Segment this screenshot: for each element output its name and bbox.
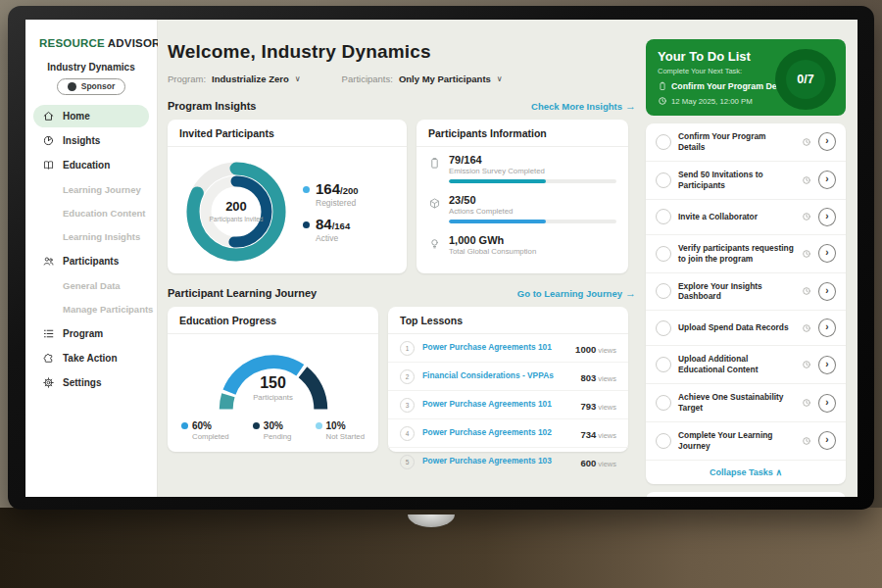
- todo-checkbox[interactable]: [656, 433, 671, 449]
- lesson-views: 600views: [580, 453, 616, 470]
- chevron-down-icon: ∨: [295, 74, 301, 83]
- sidebar-item-participants[interactable]: Participants: [33, 250, 149, 272]
- sponsor-label: Sponsor: [81, 81, 115, 91]
- top-lessons-card-title: Top Lessons: [388, 307, 628, 334]
- stat-progress-bar: [449, 179, 616, 183]
- lesson-views-label: views: [598, 431, 616, 440]
- program-filter[interactable]: Program: Industrialize Zero ∨: [168, 74, 301, 84]
- todo-item-explore-your-insights-dashboard[interactable]: Explore Your Insights Dashboard›: [646, 273, 846, 312]
- sidebar-item-education-content[interactable]: Education Content: [33, 203, 149, 223]
- stat-total-global-consumption: 1,000 GWhTotal Global Consumption: [416, 227, 628, 260]
- sidebar-item-label: Manage Participants: [63, 304, 153, 315]
- todo-checkbox[interactable]: [656, 209, 671, 224]
- lesson-views-count: 734: [580, 429, 596, 440]
- todo-item-open-button[interactable]: ›: [818, 208, 836, 226]
- sidebar-item-manage-participants[interactable]: Manage Participants: [33, 299, 149, 319]
- todo-checkbox[interactable]: [656, 395, 671, 411]
- todo-item-upload-spend-data-records[interactable]: Upload Spend Data Records›: [646, 311, 846, 346]
- clock-icon: [802, 212, 811, 221]
- lesson-link[interactable]: Power Purchase Agreements 102: [422, 428, 572, 437]
- stat-progress-fill: [449, 220, 546, 223]
- lesson-views-count: 1000: [575, 344, 596, 355]
- todo-item-send-50-invitations-to-participants[interactable]: Send 50 Invitations to Participants›: [646, 162, 846, 200]
- todo-checkbox[interactable]: [656, 320, 671, 336]
- arrow-right-icon: →: [625, 100, 636, 112]
- sidebar-item-home[interactable]: Home: [33, 105, 149, 127]
- todo-item-confirm-your-program-details[interactable]: Confirm Your Program Details›: [646, 123, 846, 162]
- todo-item-upload-additional-educational-content[interactable]: Upload Additional Educational Content›: [646, 346, 846, 384]
- todo-item-invite-a-collaborator[interactable]: Invite a Collaborator›: [646, 200, 846, 235]
- todo-checkbox[interactable]: [656, 357, 671, 372]
- todo-item-complete-your-learning-journey[interactable]: Complete Your Learning Journey›: [646, 422, 846, 461]
- todo-item-open-button[interactable]: ›: [818, 132, 836, 151]
- go-to-learning-journey-link[interactable]: Go to Learning Journey→: [517, 287, 636, 299]
- check-more-insights-link[interactable]: Check More Insights→: [531, 100, 636, 112]
- collapse-tasks-link[interactable]: Collapse Tasks ∧: [646, 461, 846, 484]
- sidebar-item-settings[interactable]: Settings: [33, 371, 149, 394]
- sidebar-item-label: General Data: [63, 280, 121, 291]
- sidebar-item-education[interactable]: Education: [33, 154, 149, 176]
- sidebar-item-learning-insights[interactable]: Learning Insights: [33, 226, 149, 247]
- lesson-rank: 5: [400, 455, 415, 469]
- stat-body: 1,000 GWhTotal Global Consumption: [449, 234, 616, 256]
- todo-checkbox[interactable]: [656, 172, 671, 188]
- gauge-count-label: Participants: [200, 393, 347, 402]
- sidebar-item-insights[interactable]: Insights: [33, 129, 149, 152]
- education-icon: [42, 159, 55, 172]
- sidebar-nav: HomeInsightsEducationLearning JourneyEdu…: [25, 105, 157, 394]
- lesson-link[interactable]: Power Purchase Agreements 101: [422, 343, 567, 352]
- cube-icon: [428, 197, 441, 210]
- clock-icon: [802, 286, 811, 296]
- sidebar-item-label: Education Content: [63, 208, 145, 219]
- lesson-link[interactable]: Power Purchase Agreements 103: [422, 457, 572, 466]
- invited-participants-card-title: Invited Participants: [168, 120, 407, 147]
- lesson-views-count: 803: [580, 372, 596, 383]
- legend-label: Registered: [316, 198, 359, 208]
- legend-label: Active: [316, 233, 350, 243]
- todo-item-open-button[interactable]: ›: [818, 171, 836, 189]
- lesson-rank: 2: [400, 369, 415, 384]
- learning-journey-header: Participant Learning Journey Go to Learn…: [168, 287, 636, 299]
- todo-item-verify-participants-requesting-to-join-the-program[interactable]: Verify participants requesting to join t…: [646, 235, 846, 273]
- todo-item-open-button[interactable]: ›: [818, 244, 836, 263]
- todo-list-panel: Confirm Your Program Details›Send 50 Inv…: [646, 123, 846, 484]
- lesson-link[interactable]: Financial Considerations - VPPAs: [422, 371, 572, 380]
- lesson-rank: 3: [400, 398, 415, 413]
- lesson-link[interactable]: Power Purchase Agreements 101: [422, 400, 572, 409]
- todo-checkbox[interactable]: [656, 246, 671, 262]
- legend-dot: [303, 221, 310, 228]
- legend-label: Completed: [192, 432, 229, 441]
- lesson-row: 2Financial Considerations - VPPAs803view…: [388, 363, 628, 391]
- stat-value: 1,000 GWh: [449, 234, 616, 246]
- program-filter-value: Industrialize Zero: [212, 74, 289, 84]
- todo-item-open-button[interactable]: ›: [818, 431, 836, 450]
- clipboard-icon: [428, 157, 441, 170]
- sidebar-item-program[interactable]: Program: [33, 322, 149, 345]
- clock-icon: [802, 436, 811, 446]
- todo-item-open-button[interactable]: ›: [818, 282, 836, 301]
- legend-pct: 60%: [192, 420, 212, 431]
- sidebar-item-label: Education: [63, 160, 110, 171]
- recent-news-card: Recent News: [646, 492, 846, 497]
- todo-item-label: Upload Additional Educational Content: [678, 354, 795, 375]
- sponsor-icon: [68, 82, 76, 91]
- todo-item-open-button[interactable]: ›: [818, 318, 836, 337]
- sidebar-item-label: Program: [63, 328, 103, 339]
- todo-checkbox[interactable]: [656, 134, 671, 150]
- clock-icon: [802, 249, 811, 259]
- todo-item-open-button[interactable]: ›: [818, 356, 836, 374]
- participants-filter[interactable]: Participants: Only My Participants ∨: [342, 74, 503, 84]
- legend-text: 164/200Registered: [316, 181, 359, 208]
- sidebar-item-general-data[interactable]: General Data: [33, 275, 149, 296]
- todo-item-achieve-one-sustainability-target[interactable]: Achieve One Sustainability Target›: [646, 384, 846, 422]
- todo-items: Confirm Your Program Details›Send 50 Inv…: [646, 123, 846, 461]
- page-title: Welcome, Industry Dynamics: [168, 41, 636, 63]
- sidebar-item-learning-journey[interactable]: Learning Journey: [33, 179, 149, 200]
- sidebar-item-take-action[interactable]: Take Action: [33, 347, 149, 369]
- todo-item-open-button[interactable]: ›: [818, 394, 836, 413]
- legend-dot: [181, 422, 188, 429]
- todo-progress-value: 0/7: [786, 60, 825, 99]
- org-name: Industry Dynamics: [25, 62, 157, 73]
- todo-checkbox[interactable]: [656, 283, 671, 299]
- lesson-views: 1000views: [575, 339, 616, 357]
